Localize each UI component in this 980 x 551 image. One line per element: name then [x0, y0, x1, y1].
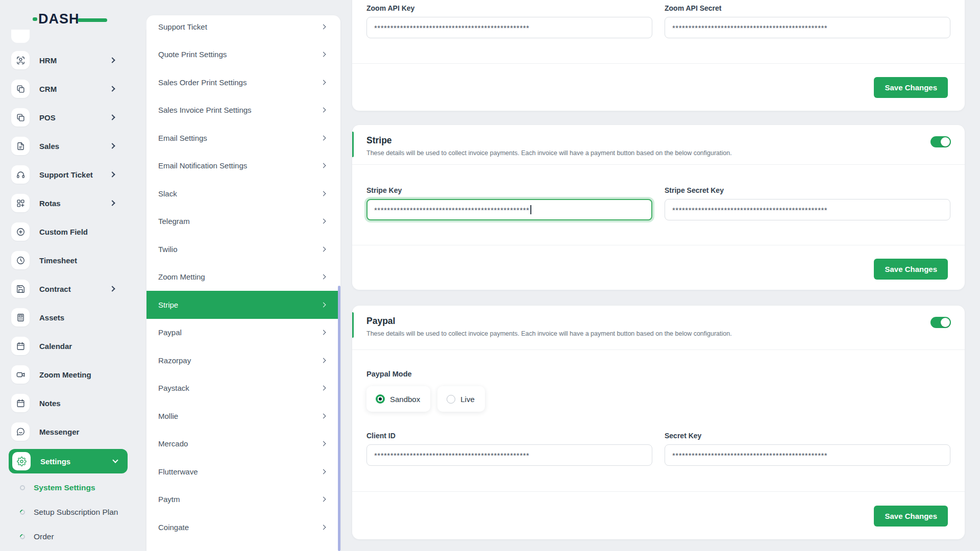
secret-key-label: Secret Key [665, 432, 950, 440]
masked-value: ****************************************… [672, 206, 827, 214]
sidebar-item[interactable]: Rotas [0, 189, 146, 217]
save-changes-button[interactable]: Save Changes [874, 77, 948, 98]
settings-menu-item[interactable]: Slack [146, 180, 340, 208]
sidebar-subitem[interactable]: Setup Subscription Plan [0, 500, 146, 524]
client-id-label: Client ID [366, 432, 652, 440]
paypal-card-title: Paypal [366, 316, 395, 327]
chevron-right-icon [321, 24, 326, 29]
settings-menu-item[interactable]: Email Notification Settings [146, 152, 340, 180]
sidebar-subitem[interactable]: Order [0, 524, 146, 549]
menu-scrollbar-thumb[interactable] [338, 286, 340, 551]
text-cursor [530, 205, 531, 214]
settings-menu-item[interactable]: Razorpay [146, 346, 340, 374]
sidebar-item[interactable]: POS [0, 103, 146, 132]
save-changes-button[interactable]: Save Changes [874, 259, 948, 280]
sidebar-header: DASH [0, 0, 146, 30]
sidebar-item[interactable]: Timesheet [0, 246, 146, 274]
settings-menu-item[interactable]: Flutterwave [146, 458, 340, 486]
settings-menu-panel: Support Ticket Quote Print Settings Sale… [146, 15, 340, 551]
sidebar-item[interactable]: Messenger [0, 417, 146, 446]
sidebar-item[interactable]: Notes [0, 389, 146, 417]
settings-menu-item[interactable]: Twilio [146, 235, 340, 263]
stripe-key-field-group: Stripe Key *****************************… [366, 186, 652, 220]
sidebar-item-settings[interactable]: Settings [9, 449, 128, 473]
settings-menu-item[interactable]: Email Settings [146, 124, 340, 152]
stripe-enabled-toggle[interactable] [930, 136, 951, 147]
settings-menu-item[interactable]: Zoom Metting [146, 263, 340, 291]
chevron-right-icon [321, 163, 326, 168]
paypal-settings-card: Paypal These details will be used to col… [352, 306, 965, 539]
settings-menu-item[interactable]: Coingate [146, 513, 340, 541]
logo-green-dash [78, 18, 107, 22]
chevron-right-icon [321, 52, 326, 57]
sidebar-item[interactable]: Support Ticket [0, 160, 146, 189]
chevron-right-icon [321, 246, 326, 252]
paypal-card-footer: Save Changes [352, 491, 965, 539]
sidebar-item[interactable]: Sales [0, 132, 146, 160]
settings-menu-item-label: Twilio [158, 245, 178, 254]
sidebar-item-label: Support Ticket [39, 170, 93, 179]
settings-menu-item-label: Mercado [158, 439, 188, 448]
paypal-fields-row: Client ID ******************************… [366, 432, 950, 466]
settings-menu-item[interactable]: Quote Print Settings [146, 41, 340, 69]
toggle-knob [941, 318, 950, 327]
settings-menu-item[interactable]: Stripe [146, 291, 340, 319]
sidebar-item-label: Assets [39, 313, 64, 322]
chevron-right-icon [321, 497, 326, 502]
sidebar-item[interactable]: Calendar [0, 332, 146, 360]
chevron-right-icon [321, 441, 326, 446]
logo-text: DASH [38, 12, 80, 26]
stripe-secret-key-label: Stripe Secret Key [665, 186, 950, 194]
settings-menu-item[interactable]: Telegram [146, 208, 340, 236]
stripe-key-label: Stripe Key [366, 186, 652, 194]
sidebar-subitem-label: System Settings [34, 483, 95, 492]
zoom-api-secret-input[interactable]: ****************************************… [665, 17, 950, 38]
settings-menu-item[interactable]: Mollie [146, 402, 340, 430]
settings-menu-item[interactable]: Mercado [146, 430, 340, 458]
chevron-right-icon [109, 114, 115, 120]
zoom-api-key-input[interactable]: ****************************************… [366, 17, 652, 38]
settings-menu-item[interactable]: Paystack [146, 374, 340, 403]
stripe-card-footer: Save Changes [352, 245, 965, 290]
zoom-api-secret-label: Zoom API Secret [665, 4, 950, 12]
settings-menu-item[interactable]: Paypal [146, 319, 340, 347]
settings-menu-item[interactable]: Sales Order Print Settings [146, 68, 340, 96]
settings-menu-item[interactable]: Paytm [146, 486, 340, 514]
chevron-right-icon [321, 302, 326, 307]
paypal-mode-live-option[interactable]: Live [437, 386, 485, 412]
chevron-right-icon [109, 171, 115, 177]
paypal-enabled-toggle[interactable] [930, 317, 951, 328]
client-id-input[interactable]: ****************************************… [366, 444, 652, 466]
stripe-key-input[interactable]: ****************************************… [366, 199, 652, 220]
settings-menu-item[interactable]: Sales Invoice Print Settings [146, 96, 340, 124]
sidebar-item[interactable]: Zoom Meeting [0, 360, 146, 389]
stripe-settings-card: Stripe These details will be used to col… [352, 125, 965, 290]
settings-menu-item-label: Zoom Metting [158, 272, 205, 281]
paypal-mode-sandbox-option[interactable]: Sandbox [366, 386, 430, 412]
file-icon [11, 137, 30, 155]
bullet-icon [19, 509, 26, 516]
user-focus-icon [11, 51, 30, 69]
dash-logo[interactable]: DASH [33, 12, 80, 26]
masked-value: ****************************************… [374, 451, 529, 460]
sidebar-item-label: Contract [39, 285, 71, 293]
settings-menu-item-label: Sales Order Print Settings [158, 78, 247, 87]
sidebar-subitem[interactable]: System Settings [0, 475, 146, 500]
gear-icon [12, 452, 31, 470]
sidebar-item[interactable]: Assets [0, 303, 146, 332]
sidebar-item[interactable]: CRM [0, 74, 146, 103]
settings-menu-item-label: Paystack [158, 384, 189, 392]
sidebar-item[interactable]: Custom Field [0, 217, 146, 246]
sidebar-item[interactable]: Contract [0, 274, 146, 303]
secret-key-input[interactable]: ****************************************… [665, 444, 950, 466]
settings-menu-item[interactable]: Skrill [146, 541, 340, 551]
chevron-right-icon [109, 143, 115, 148]
sidebar-item[interactable]: HRM [0, 46, 146, 74]
sidebar-item-label: Rotas [39, 199, 61, 208]
header-divider [352, 349, 965, 350]
stripe-secret-key-input[interactable]: ****************************************… [665, 199, 950, 220]
settings-menu-item[interactable]: Support Ticket [146, 15, 340, 41]
settings-submenu: System Settings Setup Subscription Plan … [0, 475, 146, 549]
settings-menu-item-label: Mollie [158, 412, 178, 420]
save-changes-button[interactable]: Save Changes [874, 506, 948, 527]
